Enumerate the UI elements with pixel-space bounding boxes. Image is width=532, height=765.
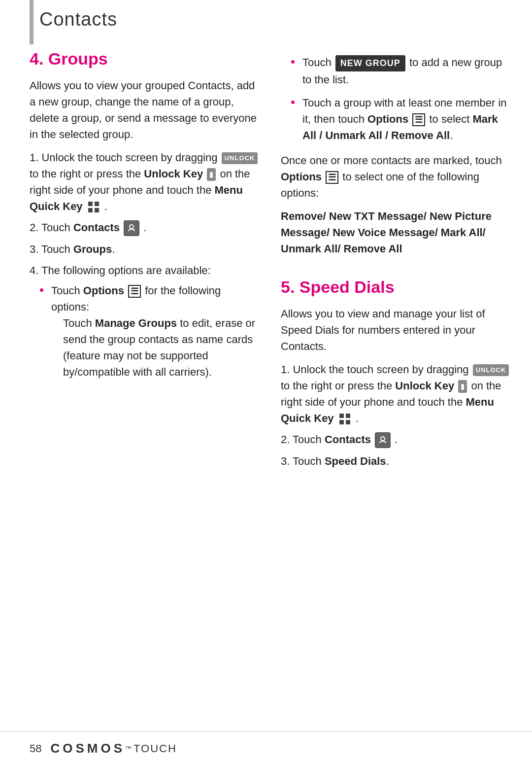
menu-quick-key-icon: [87, 200, 100, 214]
product-name: TOUCH: [133, 742, 177, 755]
accent-bar: [30, 0, 33, 44]
options-icon-2: ☰: [412, 113, 425, 126]
speed-dials-step-1: 1. Unlock the touch screen by dragging U…: [281, 361, 512, 426]
unlock-badge: UNLOCK: [222, 152, 258, 164]
svg-rect-9: [346, 420, 350, 424]
options-bullet-list: Touch Options ☰ for the following option…: [30, 282, 261, 380]
page: Contacts 4. Groups Allows you to view yo…: [0, 0, 532, 765]
unlock-key-icon-2: ▮: [458, 380, 467, 393]
svg-rect-0: [88, 202, 93, 206]
unlock-badge-2: UNLOCK: [473, 364, 509, 376]
once-marked-text: Once one or more contacts are marked, to…: [281, 152, 512, 201]
trademark-symbol: ™: [125, 745, 132, 752]
brand-name: COSMOS: [50, 741, 125, 756]
contacts-icon-2: [375, 432, 391, 448]
svg-rect-2: [88, 208, 93, 212]
svg-rect-3: [95, 208, 99, 212]
svg-rect-6: [339, 414, 344, 418]
groups-step-4: 4. The following options are available: …: [30, 262, 261, 380]
groups-step-3: 3. Touch Groups.: [30, 241, 261, 257]
groups-steps-list: 1. Unlock the touch screen by dragging U…: [30, 149, 261, 380]
bullet-new-group: Touch NEW GROUP to add a new group to th…: [291, 54, 512, 88]
right-bullet-list: Touch NEW GROUP to add a new group to th…: [281, 54, 512, 143]
speed-dials-heading: 5. Speed Dials: [281, 278, 512, 297]
speed-dials-steps-list: 1. Unlock the touch screen by dragging U…: [281, 361, 512, 469]
footer: 58 COSMOS™ TOUCH: [0, 731, 532, 765]
content-area: 4. Groups Allows you to view your groupe…: [0, 0, 532, 476]
menu-quick-key-icon-2: [338, 412, 352, 426]
speed-dials-step-3: 3. Touch Speed Dials.: [281, 453, 512, 469]
contacts-icon: [124, 220, 139, 236]
svg-rect-1: [95, 202, 99, 206]
speed-dials-intro: Allows you to view and manage your list …: [281, 306, 512, 354]
svg-rect-7: [346, 414, 350, 418]
groups-intro: Allows you to view your grouped Contacts…: [30, 77, 261, 142]
footer-page-number: 58: [30, 742, 41, 755]
bullet-group-member: Touch a group with at least one member i…: [291, 95, 512, 143]
footer-brand: COSMOS™ TOUCH: [50, 741, 176, 756]
manage-groups-block: Touch Manage Groups to edit, erase or se…: [63, 315, 261, 380]
bullet-touch-options: Touch Options ☰ for the following option…: [39, 282, 261, 380]
groups-step-2: 2. Touch Contacts .: [30, 219, 261, 236]
groups-step-1: 1. Unlock the touch screen by dragging U…: [30, 149, 261, 214]
svg-rect-8: [339, 420, 344, 424]
options-icon-3: ☰: [326, 171, 338, 184]
svg-rect-10: [376, 433, 390, 447]
speed-dials-step-2: 2. Touch Contacts .: [281, 431, 512, 448]
remove-options-text: Remove/ New TXT Message/ New Picture Mes…: [281, 208, 512, 257]
left-column: 4. Groups Allows you to view your groupe…: [30, 49, 261, 476]
options-icon: ☰: [128, 285, 141, 298]
unlock-key-icon: ▮: [207, 168, 216, 181]
groups-heading: 4. Groups: [30, 49, 261, 69]
page-title: Contacts: [39, 9, 117, 30]
new-group-button-label: NEW GROUP: [335, 55, 405, 71]
svg-rect-4: [125, 221, 138, 235]
right-column: Touch NEW GROUP to add a new group to th…: [281, 49, 512, 476]
